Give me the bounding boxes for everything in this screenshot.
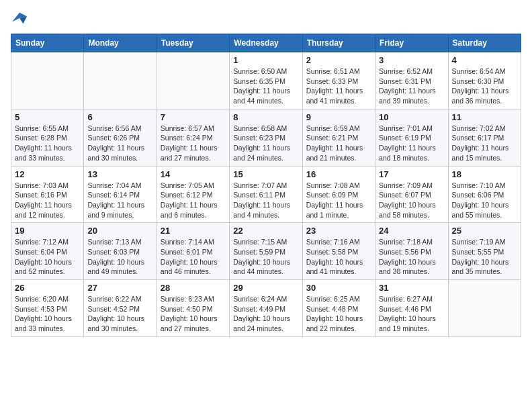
day-number: 22 [233, 226, 298, 236]
day-info: Sunrise: 6:27 AM Sunset: 4:46 PM Dayligh… [379, 294, 444, 334]
day-number: 5 [15, 112, 80, 122]
calendar-cell: 29Sunrise: 6:24 AM Sunset: 4:49 PM Dayli… [230, 280, 302, 337]
day-number: 28 [161, 283, 226, 293]
calendar-cell: 19Sunrise: 7:12 AM Sunset: 6:04 PM Dayli… [11, 223, 84, 280]
day-info: Sunrise: 6:57 AM Sunset: 6:24 PM Dayligh… [161, 124, 226, 163]
day-info: Sunrise: 6:20 AM Sunset: 4:53 PM Dayligh… [15, 294, 80, 334]
day-info: Sunrise: 7:05 AM Sunset: 6:12 PM Dayligh… [161, 181, 226, 220]
day-number: 25 [452, 226, 517, 236]
day-number: 16 [306, 169, 371, 179]
calendar-week-row: 1Sunrise: 6:50 AM Sunset: 6:35 PM Daylig… [11, 52, 521, 109]
day-info: Sunrise: 7:15 AM Sunset: 5:59 PM Dayligh… [233, 237, 298, 277]
day-info: Sunrise: 6:58 AM Sunset: 6:23 PM Dayligh… [233, 124, 298, 163]
day-info: Sunrise: 6:55 AM Sunset: 6:28 PM Dayligh… [15, 124, 80, 163]
calendar-cell: 2Sunrise: 6:51 AM Sunset: 6:33 PM Daylig… [302, 52, 375, 109]
day-info: Sunrise: 7:18 AM Sunset: 5:56 PM Dayligh… [379, 237, 444, 277]
calendar-cell: 20Sunrise: 7:13 AM Sunset: 6:03 PM Dayli… [84, 223, 157, 280]
weekday-header-tuesday: Tuesday [157, 34, 229, 52]
calendar-cell: 3Sunrise: 6:52 AM Sunset: 6:31 PM Daylig… [375, 52, 448, 109]
day-info: Sunrise: 6:52 AM Sunset: 6:31 PM Dayligh… [379, 66, 444, 106]
calendar-cell: 25Sunrise: 7:19 AM Sunset: 5:55 PM Dayli… [448, 223, 521, 280]
day-number: 27 [87, 283, 152, 293]
day-info: Sunrise: 6:23 AM Sunset: 4:50 PM Dayligh… [161, 294, 226, 334]
day-info: Sunrise: 7:01 AM Sunset: 6:19 PM Dayligh… [379, 124, 444, 163]
calendar-cell: 30Sunrise: 6:25 AM Sunset: 4:48 PM Dayli… [302, 280, 375, 337]
calendar-week-row: 26Sunrise: 6:20 AM Sunset: 4:53 PM Dayli… [11, 280, 521, 337]
day-number: 21 [161, 226, 226, 236]
day-info: Sunrise: 7:19 AM Sunset: 5:55 PM Dayligh… [452, 237, 517, 277]
day-number: 15 [233, 169, 298, 179]
calendar-cell: 28Sunrise: 6:23 AM Sunset: 4:50 PM Dayli… [157, 280, 229, 337]
calendar-cell: 13Sunrise: 7:04 AM Sunset: 6:14 PM Dayli… [84, 166, 157, 223]
day-number: 23 [306, 226, 371, 236]
calendar-cell: 10Sunrise: 7:01 AM Sunset: 6:19 PM Dayli… [375, 109, 448, 166]
weekday-header-monday: Monday [84, 34, 157, 52]
day-info: Sunrise: 7:07 AM Sunset: 6:11 PM Dayligh… [233, 181, 298, 220]
calendar-header-row: SundayMondayTuesdayWednesdayThursdayFrid… [11, 34, 521, 52]
day-info: Sunrise: 7:02 AM Sunset: 6:17 PM Dayligh… [452, 124, 517, 163]
day-number: 13 [87, 169, 152, 179]
calendar-cell: 15Sunrise: 7:07 AM Sunset: 6:11 PM Dayli… [230, 166, 302, 223]
day-number: 12 [15, 169, 80, 179]
calendar-cell: 5Sunrise: 6:55 AM Sunset: 6:28 PM Daylig… [11, 109, 84, 166]
calendar-cell: 16Sunrise: 7:08 AM Sunset: 6:09 PM Dayli… [302, 166, 375, 223]
logo [11, 11, 27, 26]
day-info: Sunrise: 6:59 AM Sunset: 6:21 PM Dayligh… [306, 124, 371, 163]
day-info: Sunrise: 7:08 AM Sunset: 6:09 PM Dayligh… [306, 181, 371, 220]
weekday-header-friday: Friday [375, 34, 448, 52]
day-number: 26 [15, 283, 80, 293]
day-info: Sunrise: 7:03 AM Sunset: 6:16 PM Dayligh… [15, 181, 80, 220]
day-number: 3 [379, 55, 444, 65]
day-info: Sunrise: 6:54 AM Sunset: 6:30 PM Dayligh… [452, 66, 517, 106]
day-info: Sunrise: 6:50 AM Sunset: 6:35 PM Dayligh… [233, 66, 298, 106]
calendar-cell: 14Sunrise: 7:05 AM Sunset: 6:12 PM Dayli… [157, 166, 229, 223]
day-info: Sunrise: 7:14 AM Sunset: 6:01 PM Dayligh… [161, 237, 226, 277]
day-info: Sunrise: 7:09 AM Sunset: 6:07 PM Dayligh… [379, 181, 444, 220]
day-info: Sunrise: 7:04 AM Sunset: 6:14 PM Dayligh… [87, 181, 152, 220]
calendar-week-row: 19Sunrise: 7:12 AM Sunset: 6:04 PM Dayli… [11, 223, 521, 280]
day-number: 24 [379, 226, 444, 236]
day-number: 1 [233, 55, 298, 65]
day-number: 29 [233, 283, 298, 293]
day-number: 30 [306, 283, 371, 293]
day-info: Sunrise: 6:51 AM Sunset: 6:33 PM Dayligh… [306, 66, 371, 106]
day-number: 19 [15, 226, 80, 236]
day-number: 17 [379, 169, 444, 179]
day-info: Sunrise: 7:12 AM Sunset: 6:04 PM Dayligh… [15, 237, 80, 277]
day-number: 20 [87, 226, 152, 236]
calendar-cell: 6Sunrise: 6:56 AM Sunset: 6:26 PM Daylig… [84, 109, 157, 166]
day-info: Sunrise: 7:16 AM Sunset: 5:58 PM Dayligh… [306, 237, 371, 277]
day-number: 2 [306, 55, 371, 65]
calendar-cell [448, 280, 521, 337]
calendar-cell: 21Sunrise: 7:14 AM Sunset: 6:01 PM Dayli… [157, 223, 229, 280]
day-info: Sunrise: 6:56 AM Sunset: 6:26 PM Dayligh… [87, 124, 152, 163]
weekday-header-wednesday: Wednesday [230, 34, 302, 52]
weekday-header-saturday: Saturday [448, 34, 521, 52]
calendar-cell [84, 52, 157, 109]
page-header [11, 11, 521, 26]
calendar-cell [11, 52, 84, 109]
day-number: 10 [379, 112, 444, 122]
calendar-cell: 22Sunrise: 7:15 AM Sunset: 5:59 PM Dayli… [230, 223, 302, 280]
day-info: Sunrise: 6:24 AM Sunset: 4:49 PM Dayligh… [233, 294, 298, 334]
calendar-week-row: 12Sunrise: 7:03 AM Sunset: 6:16 PM Dayli… [11, 166, 521, 223]
day-number: 7 [161, 112, 226, 122]
calendar-cell: 12Sunrise: 7:03 AM Sunset: 6:16 PM Dayli… [11, 166, 84, 223]
calendar-cell: 1Sunrise: 6:50 AM Sunset: 6:35 PM Daylig… [230, 52, 302, 109]
calendar-cell: 18Sunrise: 7:10 AM Sunset: 6:06 PM Dayli… [448, 166, 521, 223]
day-number: 31 [379, 283, 444, 293]
calendar-cell: 26Sunrise: 6:20 AM Sunset: 4:53 PM Dayli… [11, 280, 84, 337]
calendar-cell: 27Sunrise: 6:22 AM Sunset: 4:52 PM Dayli… [84, 280, 157, 337]
logo-bird-icon [12, 11, 27, 26]
day-number: 9 [306, 112, 371, 122]
weekday-header-thursday: Thursday [302, 34, 375, 52]
day-info: Sunrise: 6:22 AM Sunset: 4:52 PM Dayligh… [87, 294, 152, 334]
calendar-cell [157, 52, 229, 109]
day-number: 11 [452, 112, 517, 122]
day-info: Sunrise: 7:13 AM Sunset: 6:03 PM Dayligh… [87, 237, 152, 277]
calendar-cell: 11Sunrise: 7:02 AM Sunset: 6:17 PM Dayli… [448, 109, 521, 166]
weekday-header-sunday: Sunday [11, 34, 84, 52]
calendar-week-row: 5Sunrise: 6:55 AM Sunset: 6:28 PM Daylig… [11, 109, 521, 166]
calendar-cell: 7Sunrise: 6:57 AM Sunset: 6:24 PM Daylig… [157, 109, 229, 166]
calendar-cell: 8Sunrise: 6:58 AM Sunset: 6:23 PM Daylig… [230, 109, 302, 166]
